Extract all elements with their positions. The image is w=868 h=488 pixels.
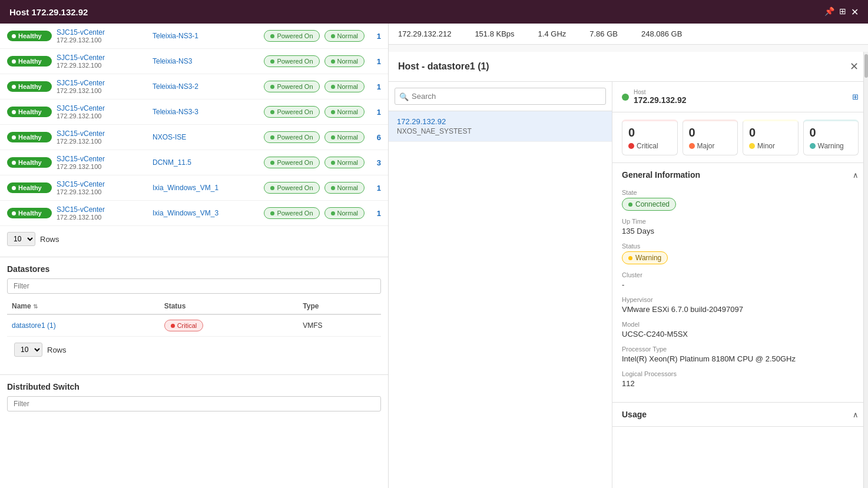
table-row: datastore1 (1) Critical VMFS: [7, 314, 381, 337]
external-link-button[interactable]: ⊞: [852, 92, 859, 101]
app-header: Host 172.29.132.92 📌 ⊞ ✕: [0, 0, 868, 24]
power-dot: [270, 110, 274, 114]
vm-name[interactable]: Ixia_Windows_VM_1: [153, 184, 259, 192]
window-icon[interactable]: ⊞: [839, 6, 846, 18]
host-list-item[interactable]: 172.29.132.92 NXOS_NAE_SYSTEST: [389, 111, 612, 142]
healthy-dot: [12, 85, 16, 89]
col-type: Type: [298, 298, 381, 314]
vm-count[interactable]: 3: [369, 158, 381, 167]
vm-host-name[interactable]: SJC15-vCenter: [57, 104, 148, 112]
healthy-dot: [12, 211, 16, 215]
vm-host-name[interactable]: SJC15-vCenter: [57, 155, 148, 163]
vm-count[interactable]: 1: [369, 32, 381, 41]
vm-count[interactable]: 6: [369, 133, 381, 142]
general-info-header[interactable]: General Information ∧: [612, 163, 868, 187]
power-status-badge: Powered On: [264, 81, 319, 92]
vm-host-name[interactable]: SJC15-vCenter: [57, 180, 148, 188]
vm-count[interactable]: 1: [369, 184, 381, 192]
vm-count[interactable]: 1: [369, 57, 381, 66]
vm-host-name[interactable]: SJC15-vCenter: [57, 54, 148, 62]
vm-name[interactable]: Teleixia-NS3-3: [153, 108, 259, 116]
datastores-filter-input[interactable]: [7, 278, 381, 294]
panel-close-button[interactable]: ✕: [850, 60, 859, 73]
host-detail-header: Host 172.29.132.92 ⊞: [612, 82, 868, 112]
vm-host-name[interactable]: SJC15-vCenter: [57, 205, 148, 214]
stats-storage: 248.086 GB: [641, 29, 682, 38]
vm-count[interactable]: 1: [369, 209, 381, 218]
vm-name[interactable]: DCNM_11.5: [153, 158, 259, 167]
state-dot: [331, 59, 335, 64]
datastores-section: Datastores Name ⇅ Status Type datastore1…: [0, 257, 388, 370]
vm-name[interactable]: Teleixia-NS3-2: [153, 82, 259, 91]
state-status-badge: Normal: [324, 30, 365, 42]
warning-value: Warning: [635, 254, 661, 262]
vm-host-name[interactable]: SJC15-vCenter: [57, 130, 148, 138]
vm-name[interactable]: NXOS-ISE: [153, 133, 259, 141]
vm-host-info: SJC15-vCenter 172.29.132.100: [57, 180, 148, 195]
search-input-container: 🔍: [395, 88, 606, 105]
stats-bandwidth: 151.8 KBps: [475, 29, 514, 38]
vm-host-ip: 172.29.132.100: [57, 87, 148, 94]
vm-count[interactable]: 1: [369, 108, 381, 117]
col-status: Status: [160, 298, 299, 314]
usage-header[interactable]: Usage ∧: [612, 403, 868, 426]
datastore-status: Critical: [160, 314, 299, 337]
power-label: Powered On: [277, 58, 313, 65]
healthy-badge: Healthy: [7, 56, 52, 67]
state-label: Normal: [337, 210, 358, 217]
pin-icon[interactable]: 📌: [824, 6, 834, 18]
major-dot: [689, 143, 695, 149]
critical-label-row: Critical: [628, 142, 671, 150]
close-icon[interactable]: ✕: [851, 6, 859, 18]
healthy-badge: Healthy: [7, 132, 52, 142]
processor-field: Processor Type Intel(R) Xeon(R) Platinum…: [622, 346, 859, 363]
critical-label: Critical: [637, 142, 658, 150]
vm-host-name[interactable]: SJC15-vCenter: [57, 79, 148, 87]
power-status-badge: Powered On: [264, 55, 319, 67]
distributed-switch-filter-input[interactable]: [7, 396, 381, 411]
left-panel: Healthy SJC15-vCenter 172.29.132.100 Tel…: [0, 24, 389, 488]
datastore-name[interactable]: datastore1 (1): [7, 314, 160, 337]
power-status-badge: Powered On: [264, 182, 319, 194]
datastores-rows-label: Rows: [47, 346, 67, 354]
table-row: Healthy SJC15-vCenter 172.29.132.100 DCN…: [0, 150, 388, 175]
major-count: 0: [689, 126, 732, 140]
healthy-dot: [12, 186, 16, 190]
healthy-label: Healthy: [18, 58, 42, 65]
datastores-rows-select[interactable]: 10 25: [14, 343, 42, 357]
state-label: Normal: [337, 159, 358, 166]
state-label: Normal: [337, 134, 358, 141]
healthy-badge: Healthy: [7, 107, 52, 117]
table-row: Healthy SJC15-vCenter 172.29.132.100 Ixi…: [0, 201, 388, 226]
host-label: Host: [634, 89, 687, 95]
datastore-panel: Host - datastore1 (1) ✕ 🔍 172.29.132.92 …: [389, 52, 868, 488]
vm-name[interactable]: Ixia_Windows_VM_3: [153, 209, 259, 217]
vm-host-info: SJC15-vCenter 172.29.132.100: [57, 104, 148, 119]
state-status-badge: Normal: [324, 81, 365, 92]
uptime-label: Up Time: [622, 218, 859, 225]
warning-dot: [628, 256, 632, 260]
healthy-dot: [12, 34, 16, 38]
warning-badge: Warning: [622, 251, 668, 264]
search-list-panel: 🔍 172.29.132.92 NXOS_NAE_SYSTEST: [389, 82, 612, 488]
distributed-switch-section: Distributed Switch: [0, 374, 388, 423]
healthy-badge: Healthy: [7, 208, 52, 218]
processor-label: Processor Type: [622, 346, 859, 353]
hypervisor-field: Hypervisor VMware ESXi 6.7.0 build-20497…: [622, 296, 859, 314]
panel-title: Host - datastore1 (1): [398, 61, 489, 72]
vm-host-ip: 172.29.132.100: [57, 163, 148, 170]
stats-bar: 172.29.132.212 151.8 KBps 1.4 GHz 7.86 G…: [389, 24, 868, 45]
vm-host-info: SJC15-vCenter 172.29.132.100: [57, 79, 148, 94]
search-input[interactable]: [395, 88, 606, 105]
processor-value: Intel(R) Xeon(R) Platinum 8180M CPU @ 2.…: [622, 354, 859, 363]
panel-header: Host - datastore1 (1) ✕: [389, 52, 868, 82]
minor-dot: [749, 143, 755, 149]
host-status-indicator: [622, 94, 629, 101]
vm-rows-select[interactable]: 10 25 50: [7, 232, 35, 246]
vm-count[interactable]: 1: [369, 82, 381, 91]
vm-host-name[interactable]: SJC15-vCenter: [57, 28, 148, 36]
vm-name[interactable]: Teleixia-NS3: [153, 57, 259, 65]
power-label: Powered On: [277, 210, 313, 217]
vm-name[interactable]: Teleixia-NS3-1: [153, 32, 259, 40]
logical-proc-value: 112: [622, 379, 859, 388]
